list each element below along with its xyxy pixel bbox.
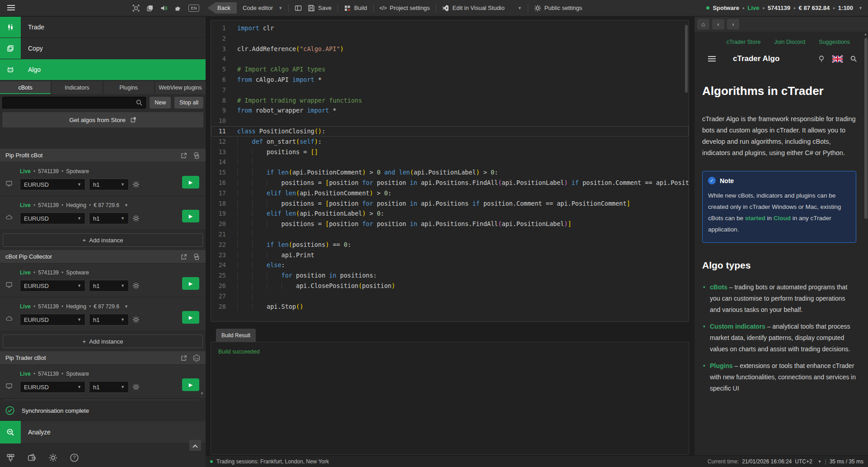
add-instance-button[interactable]: + Add instance [3,335,203,348]
algo-type-link[interactable]: cBots [710,283,727,291]
instance-settings-icon[interactable] [132,282,140,290]
sidebar-item-copy[interactable]: Copy [0,38,206,59]
code-editor-dropdown[interactable]: Code editor▼ [243,5,282,11]
add-instance-button[interactable]: + Add instance [3,233,203,247]
plugins-puzzle-icon[interactable] [174,5,182,12]
timeframe-select[interactable]: h1▼ [89,314,129,325]
uk-flag-icon[interactable] [832,56,843,62]
instance-account-info[interactable]: Live•5741139 •Spotware [20,371,178,377]
code-line[interactable]: 24 else: [211,260,689,270]
csharp-icon[interactable] [193,354,200,362]
code-line[interactable]: 4 [211,54,689,64]
symbol-select[interactable]: EURUSD▼ [20,212,85,224]
tab-webview-plugins[interactable]: WebView plugins [155,81,206,94]
share-icon[interactable] [180,354,188,362]
code-editor[interactable]: 1import clr23clr.AddReference("cAlgo.API… [211,20,689,322]
cbot-group-header[interactable]: cBot Pip Collector [0,250,206,264]
code-line[interactable]: 11class PositionClosing(): [211,126,689,137]
timeframe-select[interactable]: h1▼ [89,280,129,292]
search-input[interactable] [2,97,146,108]
main-menu-icon[interactable] [7,5,15,11]
docs-link[interactable]: Join Discord [774,39,805,45]
timeframe-select[interactable]: h1▼ [89,179,129,190]
algo-type-link[interactable]: Custom indicators [710,323,765,330]
help-icon[interactable]: ? [70,453,79,462]
timeframe-select[interactable]: h1▼ [89,212,129,224]
start-cbot-button[interactable]: ▶ [182,210,199,222]
cbot-group-header[interactable]: Pip Profit cBot [0,149,206,162]
start-cbot-button[interactable]: ▶ [182,378,199,391]
sidebar-item-trade[interactable]: Trade [0,17,206,38]
timezone-selector[interactable]: UTC+2 [795,458,812,465]
algo-type-link[interactable]: Plugins [710,362,733,369]
tab-cbots[interactable]: cBots [0,81,51,94]
new-cbot-button[interactable]: New [150,97,171,108]
share-icon[interactable] [180,253,188,260]
docs-search-icon[interactable] [850,55,857,62]
back-button[interactable]: Back [207,2,237,14]
nav-back-button[interactable]: ‹ [712,19,724,29]
tab-plugins[interactable]: Plugins [103,81,154,94]
code-line[interactable]: 5# Import cAlgo API types [211,64,689,75]
code-line[interactable]: 26 api.ClosePosition(position) [211,281,689,291]
symbol-select[interactable]: EURUSD▼ [20,314,85,325]
theme-bulb-icon[interactable] [818,55,825,62]
sidebar-item-analyze[interactable]: Analyze [0,421,206,443]
language-badge[interactable]: EN [188,5,199,12]
list-scroll-down-icon[interactable]: ▼ [200,392,204,396]
project-settings-button[interactable]: </> Project settings [380,5,430,11]
focus-mode-icon[interactable] [132,5,140,12]
code-line[interactable]: 1import clr [211,23,689,33]
get-algos-from-store-button[interactable]: Get algos from Store [2,112,203,127]
instance-settings-icon[interactable] [132,181,140,189]
edit-in-visual-studio-button[interactable]: Edit in Visual Studio ▼ [442,5,521,12]
code-line[interactable]: 19 elif len(api.PositionLabel) > 0: [211,208,689,219]
code-line[interactable]: 23 api.Print [211,250,689,260]
atm-deposit-icon[interactable] [6,453,15,462]
build-button[interactable]: Build [344,5,367,12]
code-line[interactable]: 17 elif len(api.PositionComment) > 0: [211,188,689,198]
code-line[interactable]: 18 positions = [position for position in… [211,198,689,209]
code-line[interactable]: 7 [211,85,689,95]
build-result-tab[interactable]: Build Result [216,329,256,342]
share-icon[interactable] [180,151,188,159]
docs-scroll-up-icon[interactable]: ▲ [864,33,867,36]
symbol-select[interactable]: EURUSD▼ [20,179,85,190]
sound-icon[interactable] [160,5,168,12]
code-line[interactable]: 13 positions = [] [211,147,689,157]
start-cbot-button[interactable]: ▶ [182,277,199,290]
instance-account-info[interactable]: Live•5741139 •Hedging•€ 87 729.6▼ [20,303,178,310]
stop-all-button[interactable]: Stop all [174,97,203,108]
duplicate-window-icon[interactable] [146,5,154,12]
code-line[interactable]: 2 [211,33,689,44]
code-line[interactable]: 6from cAlgo.API import * [211,75,689,85]
timeframe-select[interactable]: h1▼ [89,381,129,393]
python-icon[interactable] [193,253,200,260]
tab-indicators[interactable]: Indicators [52,81,102,94]
docs-link[interactable]: Suggestions [819,39,850,45]
cbot-group-header[interactable]: Pip Trader cBot [0,351,206,365]
public-settings-button[interactable]: Public settings [534,5,582,12]
home-button[interactable]: ⌂ [697,19,709,29]
code-line[interactable]: 27 [211,291,689,302]
code-line[interactable]: 12 def on_start(self): [211,137,689,147]
sidebar-item-algo[interactable]: Algo [0,59,206,80]
symbol-select[interactable]: EURUSD▼ [20,280,85,292]
code-line[interactable]: 14 [211,157,689,167]
code-line[interactable]: 15 if len(api.PositionComment) > 0 and l… [211,167,689,178]
start-cbot-button[interactable]: ▶ [182,176,199,189]
code-line[interactable]: 3clr.AddReference("cAlgo.API") [211,44,689,54]
code-line[interactable]: 22 if len(positions) == 0: [211,240,689,250]
code-line[interactable]: 20 positions = [position for position in… [211,219,689,229]
code-line[interactable]: 25 for position in positions: [211,270,689,281]
code-line[interactable]: 8# Import trading wrapper functions [211,95,689,106]
start-cbot-button[interactable]: ▶ [182,311,199,324]
python-icon[interactable] [193,151,200,159]
nav-forward-button[interactable]: › [727,19,739,29]
account-selector[interactable]: Spotware• Live• 5741139• € 87 632.84• 1:… [706,5,863,11]
note-inline-link[interactable]: started [745,215,765,222]
instance-account-info[interactable]: Live•5741139 •Spotware [20,269,178,276]
docs-menu-icon[interactable] [708,56,716,62]
code-line[interactable]: 21 [211,229,689,240]
note-inline-link[interactable]: Cloud [774,215,791,222]
